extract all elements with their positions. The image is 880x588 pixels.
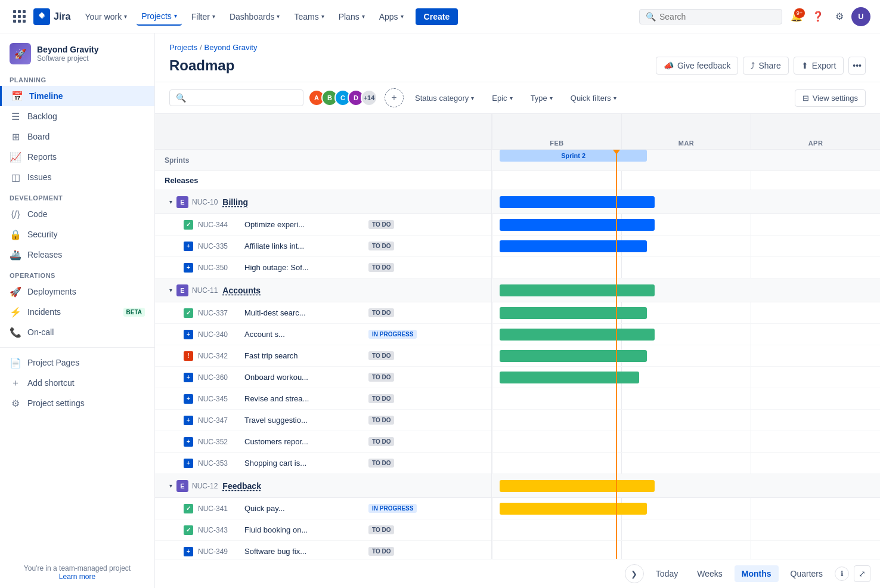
issue-nuc-342[interactable]: ! NUC-342 Fast trip search TO DO	[155, 345, 491, 367]
epic-feedback-expand[interactable]: ▾	[165, 480, 176, 492]
filter-nav[interactable]: Filter▾	[187, 8, 220, 25]
assignee-filter-button[interactable]: +	[385, 88, 404, 107]
your-work-nav[interactable]: Your work▾	[80, 8, 132, 25]
epic-accounts-expand[interactable]: ▾	[165, 284, 176, 296]
sidebar-item-reports[interactable]: 📈 Reports	[0, 147, 154, 167]
sidebar-item-project-settings[interactable]: ⚙ Project settings	[0, 393, 154, 413]
plans-nav[interactable]: Plans▾	[334, 8, 370, 25]
issue-nuc-349[interactable]: + NUC-349 Software bug fix... TO DO	[155, 541, 491, 559]
issue-nuc-345[interactable]: + NUC-345 Revise and strea... TO DO	[155, 388, 491, 410]
apps-nav[interactable]: Apps▾	[374, 8, 408, 25]
search-box[interactable]: 🔍	[639, 9, 782, 24]
gantt-nuc-337	[492, 302, 880, 324]
epic-accounts-header[interactable]: ▾ E NUC-11 Accounts	[155, 278, 491, 302]
status-category-filter[interactable]: Status category ▾	[408, 89, 481, 107]
gantt-nuc-353	[492, 453, 880, 474]
expand-button[interactable]: ⤢	[854, 565, 870, 582]
help-button[interactable]: ❓	[808, 7, 828, 26]
sidebar-item-backlog[interactable]: ☰ Backlog	[0, 106, 154, 126]
create-button[interactable]: Create	[416, 8, 458, 25]
development-section-label: DEVELOPMENT	[0, 187, 154, 204]
notification-badge: 9+	[794, 8, 805, 18]
issue-nuc-344[interactable]: ✓ NUC-344 Optimize experi... TO DO	[155, 214, 491, 236]
weeks-button[interactable]: Weeks	[690, 565, 730, 582]
releases-row: Releases	[155, 171, 491, 190]
sidebar-item-timeline[interactable]: 📅 Timeline	[0, 86, 154, 106]
issue-nuc-340[interactable]: + NUC-340 Account s... IN PROGRESS	[155, 324, 491, 345]
issue-353-type: +	[184, 459, 193, 468]
more-options-button[interactable]: •••	[848, 57, 866, 75]
toolbar-search[interactable]: 🔍	[169, 89, 303, 106]
view-settings-icon: ⊟	[802, 94, 809, 103]
avatar-count[interactable]: +14	[361, 89, 377, 106]
epic-billing-header[interactable]: ▾ E NUC-10 Billing	[155, 190, 491, 214]
security-icon: 🔒	[10, 228, 21, 240]
project-settings-icon: ⚙	[10, 397, 21, 409]
breadcrumb-projects[interactable]: Projects	[169, 43, 197, 52]
sidebar-item-add-shortcut[interactable]: ＋ Add shortcut	[0, 373, 154, 393]
sidebar-item-incidents[interactable]: ⚡ Incidents BETA	[0, 302, 154, 322]
sidebar-item-deployments[interactable]: 🚀 Deployments	[0, 281, 154, 302]
search-input[interactable]	[659, 12, 776, 21]
today-button[interactable]: Today	[649, 565, 685, 582]
more-dots-icon: •••	[853, 61, 862, 70]
sidebar-item-deployments-label: Deployments	[27, 287, 145, 296]
view-settings-button[interactable]: ⊟ View settings	[795, 89, 866, 107]
breadcrumb: Projects / Beyond Gravity	[169, 43, 866, 52]
add-shortcut-icon: ＋	[10, 377, 21, 389]
months-button[interactable]: Months	[735, 565, 779, 582]
issue-nuc-353[interactable]: + NUC-353 Shopping cart is... TO DO	[155, 453, 491, 474]
sidebar-item-releases[interactable]: 🚢 Releases	[0, 245, 154, 265]
project-info: Beyond Gravity Software project	[37, 45, 98, 63]
sidebar-item-project-pages[interactable]: 📄 Project Pages	[0, 352, 154, 373]
gantt-nuc-335	[492, 236, 880, 257]
issue-347-type: +	[184, 416, 193, 425]
epic-billing-icon: E	[176, 196, 188, 208]
user-avatar[interactable]: U	[851, 7, 870, 26]
sidebar-item-oncall[interactable]: 📞 On-call	[0, 322, 154, 342]
issue-nuc-335[interactable]: + NUC-335 Affiliate links int... TO DO	[155, 236, 491, 257]
issue-nuc-350[interactable]: + NUC-350 High outage: Sof... TO DO	[155, 257, 491, 278]
gantt-feedback-bar	[500, 480, 655, 492]
dashboards-nav[interactable]: Dashboards▾	[225, 8, 285, 25]
notifications-button[interactable]: 🔔 9+	[787, 7, 806, 26]
issue-nuc-343[interactable]: ✓ NUC-343 Fluid booking on... TO DO	[155, 519, 491, 541]
epic-billing-expand[interactable]: ▾	[165, 196, 176, 208]
teams-nav[interactable]: Teams▾	[289, 8, 329, 25]
share-button[interactable]: ⤴ Share	[743, 57, 788, 75]
toolbar-search-input[interactable]	[190, 93, 297, 103]
issue-nuc-337[interactable]: ✓ NUC-337 Multi-dest searc... TO DO	[155, 302, 491, 324]
sidebar-item-issues[interactable]: ◫ Issues	[0, 167, 154, 187]
issue-nuc-352[interactable]: + NUC-352 Customers repor... TO DO	[155, 431, 491, 453]
epic-accounts: ▾ E NUC-11 Accounts ✓ NUC-337 Multi-dest…	[155, 278, 491, 474]
settings-button[interactable]: ⚙	[830, 7, 849, 26]
sidebar-item-code[interactable]: ⟨/⟩ Code	[0, 204, 154, 224]
epic-billing-name: Billing	[222, 197, 248, 207]
epic-feedback-icon: E	[176, 480, 188, 492]
sidebar-item-security[interactable]: 🔒 Security	[0, 224, 154, 245]
prev-button[interactable]: ❯	[625, 564, 644, 583]
incidents-beta-badge: BETA	[123, 308, 145, 317]
export-button[interactable]: ⬆ Export	[794, 57, 844, 75]
give-feedback-button[interactable]: 📣 Give feedback	[656, 57, 739, 75]
learn-more-link[interactable]: Learn more	[59, 572, 95, 581]
quarters-button[interactable]: Quarters	[783, 565, 830, 582]
issue-nuc-360[interactable]: + NUC-360 Onboard workou... TO DO	[155, 367, 491, 388]
today-triangle	[613, 150, 620, 154]
sidebar-item-project-settings-label: Project settings	[27, 398, 145, 408]
sidebar-item-board[interactable]: ⊞ Board	[0, 126, 154, 147]
epic-filter[interactable]: Epic ▾	[485, 89, 519, 107]
issue-nuc-341[interactable]: ✓ NUC-341 Quick pay... IN PROGRESS	[155, 498, 491, 519]
reports-icon: 📈	[10, 151, 21, 163]
gantt-nuc-340	[492, 324, 880, 345]
info-button[interactable]: ℹ	[835, 567, 849, 581]
quick-filters-filter[interactable]: Quick filters ▾	[564, 89, 623, 107]
grid-menu-button[interactable]	[10, 7, 29, 26]
jira-logo[interactable]: Jira	[33, 8, 70, 25]
issue-nuc-347[interactable]: + NUC-347 Travel suggestio... TO DO	[155, 410, 491, 431]
projects-nav[interactable]: Projects▾	[137, 8, 182, 26]
epic-feedback-header[interactable]: ▾ E NUC-12 Feedback	[155, 474, 491, 498]
type-filter[interactable]: Type ▾	[524, 89, 559, 107]
breadcrumb-project[interactable]: Beyond Gravity	[204, 43, 258, 52]
issue-337-type: ✓	[184, 308, 193, 318]
